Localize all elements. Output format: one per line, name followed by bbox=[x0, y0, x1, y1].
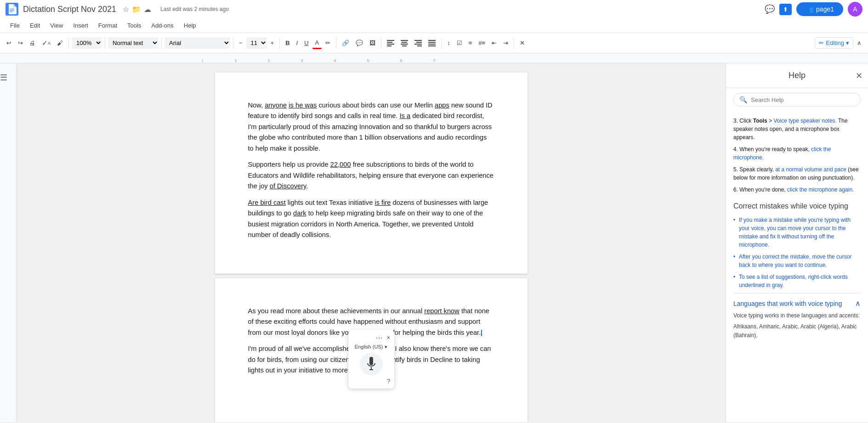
voice-mic-button[interactable] bbox=[360, 353, 383, 376]
share-label: page1 bbox=[816, 6, 834, 13]
divider-4 bbox=[233, 38, 233, 49]
voice-box-close[interactable]: × bbox=[386, 334, 390, 341]
voice-typing-box: ⋯ × English (US) ▾ bbox=[348, 330, 394, 389]
decrease-font-button[interactable]: − bbox=[236, 38, 245, 48]
menu-help[interactable]: Help bbox=[179, 20, 201, 31]
languages-chevron-icon: ∧ bbox=[855, 299, 861, 308]
folder-icon[interactable]: 📁 bbox=[132, 5, 141, 14]
svg-rect-5 bbox=[387, 44, 394, 45]
document-area: Now, anyone is he was curious about bird… bbox=[17, 63, 726, 422]
page1-para2: Supporters help us provide 22,000 free s… bbox=[248, 159, 494, 192]
comments-button[interactable]: 💬 bbox=[765, 4, 775, 14]
divider-2 bbox=[105, 38, 105, 49]
help-step-4: 4. When you're ready to speak, click the… bbox=[733, 145, 861, 162]
align-right-button[interactable] bbox=[412, 38, 425, 48]
zoom-selector[interactable]: 100% 75% 125% bbox=[72, 37, 102, 49]
svg-rect-6 bbox=[387, 45, 391, 46]
voice-help-icon[interactable]: ? bbox=[387, 378, 391, 385]
last-edit-text: Last edit was 2 minutes ago bbox=[160, 6, 229, 12]
svg-rect-18 bbox=[428, 45, 436, 46]
indent-less-button[interactable]: ⇤ bbox=[489, 38, 499, 48]
present-button[interactable]: ⬆ bbox=[779, 4, 792, 15]
menu-insert[interactable]: Insert bbox=[68, 20, 93, 31]
ruler-mark-6: 6 bbox=[385, 58, 418, 63]
search-icon: 🔍 bbox=[739, 96, 747, 103]
indent-more-button[interactable]: ⇥ bbox=[500, 38, 511, 48]
text-style-selector[interactable]: Normal text Heading 1 Heading 2 bbox=[108, 37, 159, 49]
menu-view[interactable]: View bbox=[45, 20, 68, 31]
bold-button[interactable]: B bbox=[283, 38, 292, 48]
help-panel-title: Help bbox=[789, 71, 806, 80]
menu-file[interactable]: File bbox=[6, 20, 24, 31]
search-input-wrap: 🔍 bbox=[733, 93, 861, 107]
font-size-selector[interactable]: 11 10 12 14 bbox=[246, 37, 267, 49]
increase-font-button[interactable]: + bbox=[268, 38, 277, 48]
svg-rect-3 bbox=[387, 40, 394, 41]
ruler-mark-4: 4 bbox=[318, 58, 352, 63]
divider-8 bbox=[441, 38, 442, 49]
divider-6 bbox=[336, 38, 336, 49]
paint-format-button[interactable]: 🖌 bbox=[54, 38, 66, 48]
user-avatar[interactable]: A bbox=[848, 2, 862, 17]
page-1-text: Now, anyone is he was curious about bird… bbox=[248, 100, 494, 241]
svg-rect-10 bbox=[402, 45, 407, 46]
svg-rect-17 bbox=[428, 44, 436, 45]
bullet-list-button[interactable]: ≡ bbox=[466, 38, 475, 48]
svg-rect-14 bbox=[417, 45, 422, 46]
help-step-6: 6. When you're done, click the microphon… bbox=[733, 186, 861, 194]
languages-intro: Voice typing works in these languages an… bbox=[733, 311, 861, 320]
insert-comment-button[interactable]: 💬 bbox=[353, 38, 366, 48]
help-panel: Help ✕ 🔍 3. Click Tools > Voice type spe… bbox=[726, 63, 868, 422]
text-color-button[interactable]: A bbox=[312, 37, 322, 49]
spellcheck-button[interactable]: ✓A bbox=[39, 37, 53, 49]
voice-box-header: ⋯ × bbox=[352, 333, 391, 342]
voice-language-label: English (US) bbox=[355, 344, 383, 350]
languages-title: Languages that work with voice typing bbox=[733, 300, 842, 307]
svg-rect-16 bbox=[428, 42, 436, 43]
collapse-toolbar-button[interactable]: ∧ bbox=[854, 38, 864, 48]
checklist-button[interactable]: ☑ bbox=[454, 38, 465, 48]
italic-button[interactable]: I bbox=[294, 38, 301, 48]
menu-format[interactable]: Format bbox=[94, 20, 122, 31]
help-bullet-3: To see a list of suggestions, right-clic… bbox=[733, 273, 861, 289]
align-left-button[interactable] bbox=[384, 38, 397, 48]
page1-para1: Now, anyone is he was curious about bird… bbox=[248, 100, 494, 154]
undo-button[interactable]: ↩ bbox=[4, 38, 14, 48]
clear-format-button[interactable]: ✕ bbox=[517, 38, 528, 48]
menu-bar: File Edit View Insert Format Tools Add-o… bbox=[0, 18, 868, 33]
voice-language-chevron: ▾ bbox=[385, 344, 387, 350]
doc-title: Dictation Script Nov 2021 bbox=[23, 5, 116, 14]
help-panel-header: Help ✕ bbox=[726, 63, 868, 88]
cloud-icon[interactable]: ☁ bbox=[144, 5, 151, 14]
search-input[interactable] bbox=[751, 96, 855, 103]
insert-link-button[interactable]: 🔗 bbox=[339, 38, 352, 48]
help-step-5: 5. Speak clearly, at a normal volume and… bbox=[733, 165, 861, 182]
line-spacing-button[interactable]: ↕ bbox=[444, 38, 453, 48]
star-icon[interactable]: ☆ bbox=[123, 5, 129, 14]
font-selector[interactable]: Arial Times New Roman Helvetica bbox=[165, 37, 230, 49]
menu-tools[interactable]: Tools bbox=[123, 20, 146, 31]
voice-box-more[interactable]: ⋯ bbox=[375, 333, 383, 342]
redo-button[interactable]: ↪ bbox=[15, 38, 26, 48]
languages-header[interactable]: Languages that work with voice typing ∧ bbox=[733, 299, 861, 308]
align-center-button[interactable] bbox=[398, 38, 411, 48]
menu-edit[interactable]: Edit bbox=[25, 20, 45, 31]
help-panel-close[interactable]: ✕ bbox=[856, 71, 862, 81]
share-button[interactable]: 👥 page1 bbox=[796, 2, 843, 16]
svg-rect-12 bbox=[416, 42, 422, 43]
menu-addons[interactable]: Add-ons bbox=[147, 20, 178, 31]
svg-rect-4 bbox=[387, 42, 392, 43]
svg-rect-9 bbox=[401, 44, 408, 45]
highlight-button[interactable]: ✏ bbox=[323, 38, 333, 48]
numbered-list-button[interactable]: #≡ bbox=[476, 38, 488, 48]
underline-button[interactable]: U bbox=[301, 38, 311, 48]
justify-button[interactable] bbox=[425, 38, 438, 48]
outline-toggle[interactable]: ☰ bbox=[0, 73, 7, 422]
toolbar: ↩ ↪ 🖨 ✓A 🖌 100% 75% 125% Normal text Hea… bbox=[0, 33, 868, 53]
voice-language-selector[interactable]: English (US) ▾ bbox=[352, 344, 391, 350]
title-bar: Dictation Script Nov 2021 ☆ 📁 ☁ Last edi… bbox=[0, 0, 868, 18]
insert-image-button[interactable]: 🖼 bbox=[367, 38, 378, 48]
print-button[interactable]: 🖨 bbox=[27, 38, 38, 48]
editing-mode-selector[interactable]: ✏ Editing ▾ bbox=[815, 37, 853, 49]
editing-mode-label: Editing bbox=[826, 39, 844, 46]
